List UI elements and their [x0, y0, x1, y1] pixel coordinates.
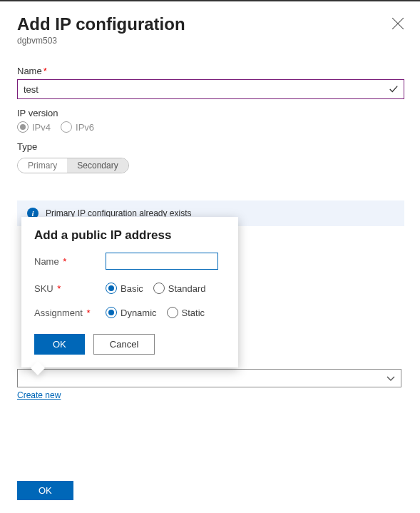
type-primary: Primary — [18, 158, 67, 173]
footer: OK — [17, 481, 73, 500]
ipv6-radio: IPv6 — [61, 121, 94, 133]
assignment-static-label: Static — [182, 308, 205, 318]
name-label: Name* — [17, 66, 404, 76]
popup-name-input[interactable] — [106, 253, 218, 270]
sku-standard-label: Standard — [168, 283, 206, 294]
popup-assignment-label: Assignment * — [34, 308, 106, 318]
ipversion-radio-row: IPv4 IPv6 — [17, 121, 404, 133]
sku-basic-radio[interactable]: Basic — [106, 283, 143, 294]
ipversion-label: IP version — [17, 108, 404, 118]
add-public-ip-popup: Add a public IP address Name * SKU * Bas… — [21, 217, 238, 367]
popup-sku-row: SKU * Basic Standard — [34, 283, 225, 294]
popup-name-label: Name * — [34, 256, 106, 267]
popup-cancel-button[interactable]: Cancel — [93, 334, 155, 355]
popup-ok-button[interactable]: OK — [34, 334, 85, 355]
name-input-wrap — [17, 79, 404, 99]
assignment-dynamic-label: Dynamic — [121, 308, 157, 318]
name-field: Name* — [17, 66, 404, 99]
name-input[interactable] — [17, 79, 404, 99]
popup-title: Add a public IP address — [34, 228, 225, 243]
type-secondary: Secondary — [67, 158, 128, 173]
sku-basic-label: Basic — [121, 283, 143, 294]
type-field: Type Primary Secondary — [17, 141, 404, 173]
public-ip-select[interactable] — [17, 369, 401, 387]
close-icon[interactable] — [391, 17, 404, 30]
ipv6-label: IPv6 — [76, 122, 94, 133]
check-icon — [389, 84, 399, 94]
assignment-dynamic-radio[interactable]: Dynamic — [106, 307, 157, 318]
chevron-down-icon — [386, 372, 395, 385]
ipv4-radio: IPv4 — [17, 121, 51, 133]
popup-buttons: OK Cancel — [34, 334, 225, 355]
ipv4-label: IPv4 — [32, 122, 51, 133]
type-label: Type — [17, 141, 404, 152]
panel-subtitle: dgbvm503 — [17, 36, 404, 46]
panel-title: Add IP configuration — [17, 14, 404, 34]
sku-standard-radio[interactable]: Standard — [153, 283, 206, 294]
create-new-link[interactable]: Create new — [17, 390, 61, 400]
popup-assignment-row: Assignment * Dynamic Static — [34, 307, 225, 318]
type-pill-group: Primary Secondary — [17, 158, 129, 173]
popup-sku-label: SKU * — [34, 283, 106, 294]
ipversion-field: IP version IPv4 IPv6 — [17, 108, 404, 133]
assignment-static-radio[interactable]: Static — [167, 307, 205, 318]
ok-button[interactable]: OK — [17, 481, 73, 500]
public-ip-row: Create new — [17, 369, 404, 401]
popup-name-row: Name * — [34, 253, 225, 270]
